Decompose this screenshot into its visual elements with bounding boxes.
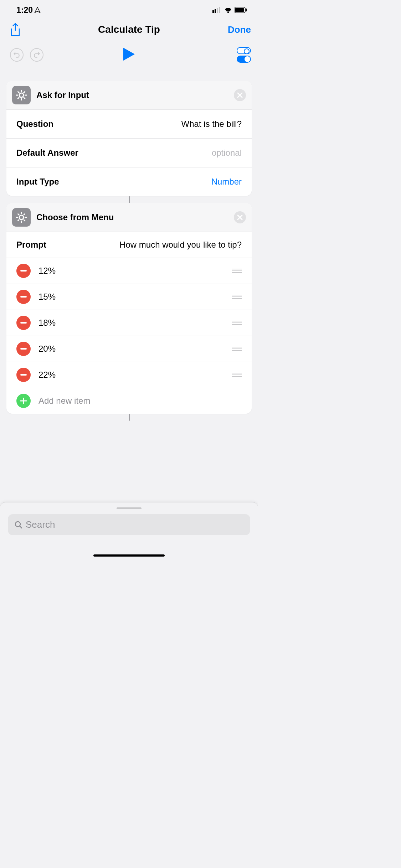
card-header[interactable]: Choose from Menu [6, 203, 252, 232]
location-icon [34, 7, 41, 13]
input-type-row[interactable]: Input Type Number [6, 167, 252, 196]
menu-item-label: 22% [38, 370, 232, 380]
status-time: 1:20 [16, 5, 41, 15]
content-area: Ask for Input Question What is the bill?… [0, 70, 258, 421]
toggle-bottom[interactable] [237, 56, 251, 63]
drag-handle-icon[interactable] [232, 295, 242, 299]
drag-handle-icon[interactable] [232, 321, 242, 325]
search-panel[interactable]: Search [0, 502, 258, 560]
add-new-label: Add new item [38, 396, 242, 406]
input-type-label: Input Type [16, 177, 59, 187]
menu-item-row[interactable]: 18% [6, 310, 252, 336]
menu-item-label: 15% [38, 292, 232, 302]
drag-handle-icon[interactable] [232, 269, 242, 273]
time-text: 1:20 [16, 5, 33, 15]
connector-line [129, 414, 130, 421]
undo-button[interactable] [10, 48, 24, 62]
prompt-value: How much would you like to tip? [119, 240, 242, 250]
svg-rect-3 [219, 7, 220, 13]
delete-button[interactable] [16, 264, 31, 278]
svg-rect-2 [217, 8, 218, 13]
default-answer-label: Default Answer [16, 148, 78, 158]
redo-button[interactable] [30, 48, 43, 62]
wifi-icon [224, 7, 232, 13]
prompt-label: Prompt [16, 240, 46, 250]
drag-handle-icon[interactable] [232, 373, 242, 377]
default-answer-row[interactable]: Default Answer optional [6, 139, 252, 167]
toolbar [0, 40, 258, 70]
card-header[interactable]: Ask for Input [6, 81, 252, 110]
add-new-item-row[interactable]: Add new item [6, 388, 252, 414]
toggle-top[interactable] [237, 47, 251, 54]
close-button[interactable] [234, 211, 246, 223]
svg-rect-0 [212, 10, 214, 13]
card-title: Choose from Menu [36, 212, 234, 222]
add-button[interactable] [16, 394, 31, 408]
action-card-ask-input: Ask for Input Question What is the bill?… [6, 81, 252, 196]
search-input[interactable]: Search [8, 514, 250, 535]
settings-toggles[interactable] [237, 47, 251, 63]
delete-button[interactable] [16, 290, 31, 304]
question-label: Question [16, 119, 53, 129]
svg-rect-14 [20, 374, 27, 376]
page-title: Calculate Tip [98, 24, 160, 35]
action-card-choose-menu: Choose from Menu Prompt How much would y… [6, 203, 252, 414]
gear-icon [12, 208, 31, 227]
delete-button[interactable] [16, 342, 31, 356]
svg-point-8 [19, 93, 24, 97]
drag-handle-icon[interactable] [232, 347, 242, 351]
play-button[interactable] [123, 48, 135, 62]
menu-item-row[interactable]: 22% [6, 362, 252, 388]
question-value: What is the bill? [181, 119, 242, 129]
svg-rect-10 [20, 270, 27, 272]
svg-rect-13 [20, 348, 27, 350]
battery-icon [235, 7, 247, 13]
done-button[interactable]: Done [228, 24, 251, 35]
nav-bar: Calculate Tip Done [0, 16, 258, 40]
svg-rect-11 [20, 296, 27, 298]
share-button[interactable] [10, 23, 21, 36]
grabber-handle[interactable] [117, 507, 142, 509]
svg-rect-1 [215, 9, 216, 13]
status-bar: 1:20 [0, 0, 258, 16]
menu-item-row[interactable]: 12% [6, 258, 252, 284]
menu-item-label: 18% [38, 318, 232, 328]
input-type-value: Number [211, 177, 242, 187]
home-indicator[interactable] [93, 554, 165, 557]
default-answer-placeholder: optional [212, 148, 242, 158]
search-icon [14, 521, 23, 529]
search-placeholder: Search [26, 519, 55, 530]
card-title: Ask for Input [36, 90, 234, 100]
close-button[interactable] [234, 89, 246, 101]
cellular-icon [212, 7, 222, 13]
delete-button[interactable] [16, 316, 31, 330]
svg-point-9 [19, 215, 24, 219]
menu-item-label: 20% [38, 344, 232, 354]
svg-rect-6 [235, 8, 244, 12]
svg-rect-7 [246, 9, 247, 11]
menu-item-row[interactable]: 15% [6, 284, 252, 310]
svg-point-4 [227, 12, 229, 13]
delete-button[interactable] [16, 368, 31, 382]
status-icons [212, 7, 247, 13]
menu-item-row[interactable]: 20% [6, 336, 252, 362]
gear-icon [12, 86, 31, 104]
menu-item-label: 12% [38, 266, 232, 276]
prompt-row[interactable]: Prompt How much would you like to tip? [6, 232, 252, 258]
svg-rect-12 [20, 322, 27, 324]
connector-line [129, 196, 130, 203]
question-row[interactable]: Question What is the bill? [6, 110, 252, 139]
